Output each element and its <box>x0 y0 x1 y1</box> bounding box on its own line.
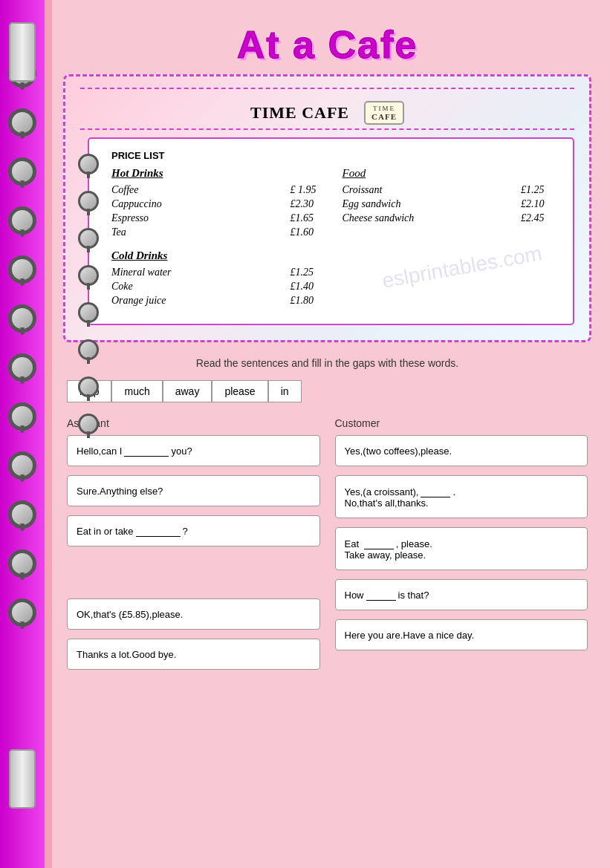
blank-much <box>366 589 396 601</box>
blank-away <box>136 525 181 537</box>
assistant-spacer <box>67 555 320 598</box>
spiral-ring-8 <box>8 402 36 431</box>
spiral-ring-4 <box>8 206 36 235</box>
assistant-column: Assistant Hello,can I you? Sure.Anything… <box>67 417 320 679</box>
item-price-orange-juice: £1.80 <box>291 295 328 307</box>
page-title: At a Cafe <box>59 15 595 67</box>
notebook-hole-1 <box>78 154 99 174</box>
spiral-ring-2 <box>8 108 36 137</box>
menu-item-tea: Tea £1.60 <box>111 226 328 238</box>
menu-item-orange-juice: Orange juice £1.80 <box>111 295 328 307</box>
notebook-hole-8 <box>78 414 99 434</box>
item-name-cappuccino: Cappuccino <box>111 198 162 210</box>
assistant-box-2: Sure.Anything else? <box>67 475 320 506</box>
customer-box-5: Here you are.Have a nice day. <box>335 619 588 650</box>
customer-label: Customer <box>335 417 588 429</box>
blank-help <box>124 445 169 457</box>
spiral-ring-7 <box>8 353 36 382</box>
assistant-box-1: Hello,can I you? <box>67 435 320 466</box>
word-bank: help much away please in <box>67 380 588 402</box>
item-name-coffee: Coffee <box>111 184 139 196</box>
spiral-ring-5 <box>8 255 36 284</box>
menu-card: TIME CAFE TIME CAFE PRICE LIST <box>63 74 591 342</box>
item-name-espresso: Espresso <box>111 212 149 224</box>
assistant-box-4: OK,that's (£5.85),please. <box>67 598 320 630</box>
menu-item-coffee: Coffee £ 1.95 <box>111 184 328 196</box>
customer-column: Customer Yes,(two coffees),please. Yes,(… <box>335 417 588 679</box>
spiral-binding <box>0 0 45 868</box>
blank-in <box>364 538 394 549</box>
notebook-hole-4 <box>78 265 99 286</box>
customer-box-2-line2: No,that's all,thanks. <box>345 497 429 509</box>
item-name-coke: Coke <box>111 281 133 293</box>
menu-bottom-border <box>80 128 574 130</box>
spiral-ring-11 <box>8 549 36 578</box>
assistant-box-5: Thanks a lot.Good bye. <box>67 639 320 670</box>
spiral-ring-6 <box>8 304 36 333</box>
item-name-egg-sandwich: Egg sandwich <box>343 198 401 210</box>
item-price-coke: £1.40 <box>291 281 328 293</box>
item-price-egg-sandwich: £2.10 <box>521 198 558 210</box>
cafe-name: TIME CAFE <box>250 103 349 123</box>
spiral-ring-12 <box>8 598 36 627</box>
customer-box-3-line2: Take away, please. <box>345 549 426 561</box>
menu-item-croissant: Croissant £1.25 <box>343 184 559 196</box>
item-price-coffee: £ 1.95 <box>291 184 328 196</box>
spiral-ring-10 <box>8 500 36 529</box>
menu-item-cheese-sandwich: Cheese sandwich £2.45 <box>343 212 559 224</box>
item-price-tea: £1.60 <box>291 226 328 238</box>
notebook-area: PRICE LIST Hot Drinks Coffee £ 1.95 Capp… <box>88 137 574 325</box>
menu-columns: Hot Drinks Coffee £ 1.95 Cappuccino £2.3… <box>111 167 558 309</box>
menu-right-column: Food Croissant £1.25 Egg sandwich £2.10 … <box>343 167 559 309</box>
menu-item-egg-sandwich: Egg sandwich £2.10 <box>343 198 559 210</box>
cold-drinks-title: Cold Drinks <box>111 249 328 262</box>
notebook-hole-2 <box>78 191 99 212</box>
word-in: in <box>268 380 302 402</box>
menu-item-coke: Coke £1.40 <box>111 281 328 293</box>
item-price-espresso: £1.65 <box>291 212 328 224</box>
item-price-croissant: £1.25 <box>521 184 558 196</box>
item-name-orange-juice: Orange juice <box>111 295 166 307</box>
price-list-label: PRICE LIST <box>111 150 558 161</box>
binder-clip-top <box>9 22 36 82</box>
logo-top: TIME <box>373 105 395 112</box>
blank-please <box>421 486 450 497</box>
binder-clip-bottom <box>9 749 36 809</box>
menu-top-border <box>80 88 574 95</box>
item-name-mineral-water: Mineral water <box>111 267 172 278</box>
instructions-text: Read the sentences and fill in the gaps … <box>59 357 595 369</box>
item-name-tea: Tea <box>111 226 126 238</box>
notebook-hole-5 <box>78 302 99 323</box>
word-please: please <box>212 380 267 402</box>
customer-box-2-line1: Yes,(a croissant),. <box>345 486 456 497</box>
menu-left-column: Hot Drinks Coffee £ 1.95 Cappuccino £2.3… <box>111 167 328 309</box>
spiral-ring-9 <box>8 451 36 480</box>
main-content: At a Cafe TIME CAFE TIME CAFE <box>52 0 610 868</box>
customer-box-4: How is that? <box>335 579 588 610</box>
menu-item-espresso: Espresso £1.65 <box>111 212 328 224</box>
customer-box-2: Yes,(a croissant),. No,that's all,thanks… <box>335 475 588 518</box>
assistant-label: Assistant <box>67 417 320 429</box>
notebook-hole-3 <box>78 228 99 249</box>
cafe-logo: TIME CAFE <box>364 101 404 125</box>
notebook-hole-7 <box>78 376 99 397</box>
logo-bottom: CAFE <box>371 112 397 121</box>
customer-box-3: Eat , please. Take away, please. <box>335 527 588 570</box>
item-price-cappuccino: £2.30 <box>291 198 328 210</box>
item-name-cheese-sandwich: Cheese sandwich <box>343 212 415 224</box>
spiral-ring-3 <box>8 157 36 186</box>
cafe-header: TIME CAFE TIME CAFE <box>80 101 574 125</box>
notebook-hole-6 <box>78 339 99 360</box>
customer-box-1: Yes,(two coffees),please. <box>335 435 588 466</box>
item-price-mineral-water: £1.25 <box>291 267 328 278</box>
word-much: much <box>111 380 162 402</box>
assistant-box-3: Eat in or take ? <box>67 515 320 546</box>
item-name-croissant: Croissant <box>343 184 383 196</box>
item-price-cheese-sandwich: £2.45 <box>521 212 558 224</box>
menu-item-mineral-water: Mineral water £1.25 <box>111 267 328 278</box>
hot-drinks-title: Hot Drinks <box>111 167 328 180</box>
dialogue-section: Assistant Hello,can I you? Sure.Anything… <box>67 417 588 679</box>
notebook-holes <box>78 154 99 434</box>
customer-box-3-line1: Eat , please. <box>345 538 432 549</box>
food-title: Food <box>343 167 559 180</box>
